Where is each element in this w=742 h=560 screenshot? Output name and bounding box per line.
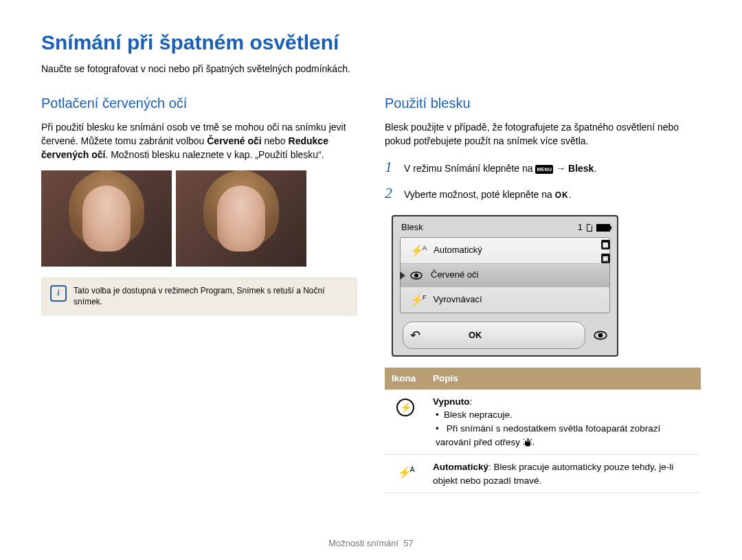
flash-auto-icon: ⚡A <box>398 467 414 478</box>
lcd-status-icons: 1 <box>578 221 610 234</box>
memory-card-icon <box>587 224 592 232</box>
intro-text: Naučte se fotografovat v noci nebo při š… <box>41 62 701 76</box>
lcd-item-label: Vyrovnávací <box>434 293 482 306</box>
flash-auto-icon: ⚡A <box>410 243 425 258</box>
bullet: Blesk nepracuje. <box>436 408 694 422</box>
lcd-menu: ⚡A Automatický Červené oči ⚡F Vyrovnávac… <box>400 237 610 313</box>
info-icon: i <box>50 285 67 302</box>
note-box: i Tato volba je dostupná v režimech Prog… <box>41 278 357 316</box>
row-title: Automatický <box>433 462 488 472</box>
ok-button[interactable]: OK <box>469 329 482 342</box>
example-photos <box>41 170 357 267</box>
photo-red-eye <box>41 170 172 267</box>
flash-fill-icon: ⚡F <box>410 292 425 308</box>
side-chip-icon: ▣ <box>601 254 610 263</box>
row-title: Vypnuto <box>433 396 470 407</box>
page-title: Snímání při špatném osvětlení <box>41 27 701 58</box>
lcd-item-redeye[interactable]: Červené oči <box>401 263 609 287</box>
lcd-item-label: Automatický <box>434 244 482 257</box>
th-desc: Popis <box>426 368 701 390</box>
section-red-eye-heading: Potlačení červených očí <box>41 93 357 113</box>
svg-point-1 <box>414 273 418 278</box>
flash-lead: Blesk použijte v případě, že fotografuje… <box>385 120 701 148</box>
selection-indicator-icon <box>400 271 405 280</box>
note-text: Tato volba je dostupná v režimech Progra… <box>74 285 348 309</box>
camera-lcd: Blesk 1 ⚡A Automatický Červené oči <box>392 215 618 357</box>
section-flash-heading: Použití blesku <box>385 93 701 113</box>
photo-corrected <box>176 170 306 267</box>
step-2: 2 Vyberte možnost, poté klepněte na OK. <box>385 182 701 204</box>
step-number: 1 <box>385 156 397 178</box>
lcd-button-bar: ↶ OK <box>403 322 585 349</box>
step-number: 2 <box>385 182 397 204</box>
red-eye-body: Při použití blesku ke snímání osob ve tm… <box>41 120 357 162</box>
lcd-item-auto[interactable]: ⚡A Automatický <box>401 238 609 263</box>
th-icon: Ikona <box>385 368 426 390</box>
shake-warning-icon <box>523 437 532 447</box>
ok-glyph: OK <box>555 190 569 200</box>
menu-icon: MENU <box>535 165 553 174</box>
lcd-item-fill[interactable]: ⚡F Vyrovnávací <box>401 287 609 313</box>
page-footer: Možnosti snímání 57 <box>0 537 742 550</box>
back-icon[interactable]: ↶ <box>410 326 420 344</box>
lcd-title: Blesk <box>401 221 423 234</box>
table-row: ⚡ Vypnuto: Blesk nepracuje. Při snímání … <box>385 390 701 455</box>
bullet: Při snímání s nedostatkem světla fotoapa… <box>436 422 694 449</box>
flash-off-icon: ⚡ <box>396 399 414 416</box>
step-1: 1 V režimu Snímání klepněte na MENU → Bl… <box>385 156 701 178</box>
eye-icon <box>410 271 423 280</box>
svg-point-3 <box>598 333 603 338</box>
side-chip-icon: ▦ <box>601 240 610 249</box>
eye-icon <box>594 331 607 340</box>
lcd-count: 1 <box>578 221 583 234</box>
battery-icon <box>596 224 610 232</box>
lcd-item-label: Červené oči <box>431 269 478 282</box>
flash-options-table: Ikona Popis ⚡ Vypnuto: Blesk nepracuje. … <box>385 368 701 493</box>
table-row: ⚡A Automatický: Blesk pracuje automatick… <box>385 455 701 493</box>
